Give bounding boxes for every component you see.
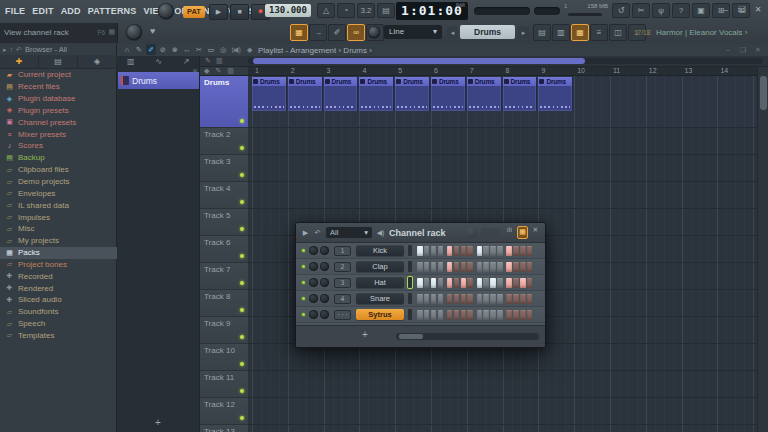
- step-14[interactable]: [513, 262, 519, 272]
- track-lane-drums[interactable]: DrumsDrumsDrumsDrumsDrumsDrumsDrumsDrums…: [248, 76, 757, 128]
- microphone-icon[interactable]: ψ: [652, 3, 670, 18]
- playlist-select-button[interactable]: ▭: [206, 44, 216, 55]
- channel-rack-titlebar[interactable]: ▶↶ All▾ ◀) Channel rack ılı▦✕: [296, 223, 545, 243]
- hint-knob[interactable]: [126, 24, 142, 40]
- step-5[interactable]: [447, 246, 453, 256]
- track-header-track-8[interactable]: Track 8: [200, 290, 248, 317]
- track-led[interactable]: [240, 281, 244, 285]
- time-display[interactable]: 1:01:00BAR: [396, 2, 468, 20]
- step-13[interactable]: [506, 278, 512, 288]
- pattern-next-button[interactable]: ▸: [518, 26, 529, 39]
- track-led[interactable]: [240, 227, 244, 231]
- toggle-piano-roll-button[interactable]: ▥: [552, 24, 570, 41]
- track-lane-track-10[interactable]: [248, 344, 757, 371]
- channel-button-sytrus[interactable]: Sytrus: [356, 309, 404, 320]
- pan-knob[interactable]: [309, 310, 318, 319]
- menu-file[interactable]: FILE: [5, 6, 25, 16]
- volume-knob[interactable]: [320, 278, 329, 287]
- step-10[interactable]: [483, 246, 489, 256]
- volume-knob[interactable]: [320, 294, 329, 303]
- track-led[interactable]: [240, 362, 244, 366]
- typing-keyboard-icon[interactable]: ▤: [377, 3, 395, 18]
- browser-item-envelopes[interactable]: ▱Envelopes: [0, 187, 117, 199]
- snap-grid-button[interactable]: ▦: [290, 24, 308, 41]
- track-header-track-7[interactable]: Track 7: [200, 263, 248, 290]
- restore-button[interactable]: ❏: [736, 4, 748, 16]
- step-4[interactable]: [438, 278, 444, 288]
- menu-edit[interactable]: EDIT: [32, 6, 53, 16]
- step-12[interactable]: [497, 246, 503, 256]
- picker-add-button[interactable]: +: [117, 417, 199, 428]
- browser-item-speech[interactable]: ▱Speech: [0, 318, 117, 330]
- playlist-slice-button[interactable]: ✂: [194, 44, 204, 55]
- track-lane-track-4[interactable]: [248, 182, 757, 209]
- step-5[interactable]: [447, 278, 453, 288]
- browser-item-templates[interactable]: ▱Templates: [0, 330, 117, 342]
- track-led[interactable]: [240, 119, 244, 123]
- step-10[interactable]: [483, 262, 489, 272]
- channel-enable-led[interactable]: [302, 313, 305, 316]
- step-13[interactable]: [506, 246, 512, 256]
- step-11[interactable]: [490, 278, 496, 288]
- step-7[interactable]: [461, 294, 467, 304]
- step-8[interactable]: [467, 246, 473, 256]
- master-volume-slider[interactable]: [474, 7, 530, 15]
- play-button[interactable]: ▶: [209, 4, 228, 20]
- channel-selector[interactable]: [408, 261, 412, 272]
- minimize-button[interactable]: –: [720, 4, 732, 16]
- swing-knob[interactable]: [368, 26, 380, 38]
- browser-item-scores[interactable]: ♪Scores: [0, 140, 117, 152]
- step-4[interactable]: [438, 294, 444, 304]
- browser-item-mixer-presets[interactable]: ≡Mixer presets: [0, 128, 117, 140]
- step-8[interactable]: [467, 278, 473, 288]
- volume-knob[interactable]: [320, 310, 329, 319]
- playlist-piano-icon[interactable]: ▥: [216, 57, 223, 65]
- channel-selector[interactable]: [408, 293, 412, 304]
- step-13[interactable]: [506, 310, 512, 320]
- pattern-clip-drums-4[interactable]: Drums: [359, 77, 394, 111]
- pattern-clip-drums-9[interactable]: Drums: [538, 77, 573, 111]
- pattern-clip-drums-8[interactable]: Drums: [503, 77, 538, 111]
- pattern-clip-drums-2[interactable]: Drums: [288, 77, 323, 111]
- track-header-track-13[interactable]: Track 13: [200, 425, 248, 432]
- step-2[interactable]: [424, 310, 430, 320]
- step-8[interactable]: [467, 262, 473, 272]
- track-header-track-4[interactable]: Track 4: [200, 182, 248, 209]
- rack-play-icon[interactable]: ▶: [301, 229, 310, 237]
- step-6[interactable]: [454, 246, 460, 256]
- step-2[interactable]: [424, 262, 430, 272]
- step-12[interactable]: [497, 310, 503, 320]
- close-button[interactable]: ✕: [752, 4, 764, 16]
- browser-item-soundfonts[interactable]: ▱Soundfonts: [0, 306, 117, 318]
- add-channel-button[interactable]: +: [362, 329, 368, 340]
- playlist-minimize-button[interactable]: –: [722, 44, 734, 56]
- playlist-mute-button[interactable]: ⊗: [170, 44, 180, 55]
- rack-hscroll-handle[interactable]: [399, 334, 423, 339]
- step-2[interactable]: [424, 278, 430, 288]
- picker-tab-patterns[interactable]: ▥: [117, 56, 145, 68]
- browser-header[interactable]: ▸↑↶ Browser - All: [0, 44, 120, 55]
- step-16[interactable]: [527, 262, 533, 272]
- playlist-pencil-button[interactable]: ✎: [134, 44, 144, 55]
- browser-tab-files[interactable]: ▤: [39, 55, 78, 68]
- step-5[interactable]: [447, 262, 453, 272]
- step-11[interactable]: [490, 310, 496, 320]
- browser-item-recorded[interactable]: ✚Recorded: [0, 270, 117, 282]
- step-7[interactable]: [461, 310, 467, 320]
- channel-selector[interactable]: [408, 245, 412, 256]
- tempo-display[interactable]: 130.000: [265, 4, 311, 17]
- step-12[interactable]: [497, 294, 503, 304]
- pan-knob[interactable]: [309, 246, 318, 255]
- step-11[interactable]: [490, 246, 496, 256]
- picker-pattern-drums[interactable]: Drums: [118, 72, 199, 89]
- step-13[interactable]: [506, 262, 512, 272]
- track-led[interactable]: [240, 146, 244, 150]
- playlist-brush-button[interactable]: ✐: [146, 44, 156, 55]
- vscroll-handle[interactable]: [760, 76, 767, 110]
- step-16[interactable]: [527, 310, 533, 320]
- playlist-horizontal-scrollbar[interactable]: [248, 58, 763, 64]
- step-7[interactable]: [461, 262, 467, 272]
- browser-item-rendered[interactable]: ✚Rendered: [0, 282, 117, 294]
- step-9[interactable]: [477, 246, 483, 256]
- step-6[interactable]: [454, 294, 460, 304]
